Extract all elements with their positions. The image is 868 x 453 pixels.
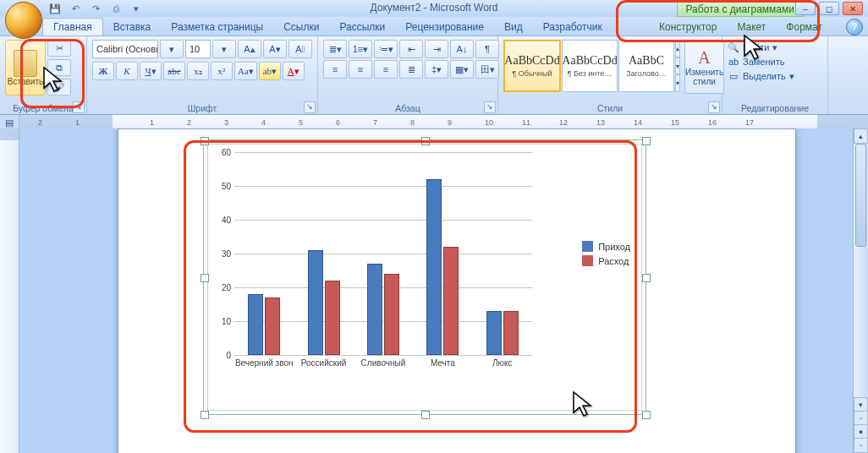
style-gallery-item[interactable]: AaBbCЗаголово… xyxy=(618,40,674,92)
copy-button[interactable]: ⧉ xyxy=(47,59,71,76)
tab-mailings[interactable]: Рассылки xyxy=(329,19,395,35)
selection-handle[interactable] xyxy=(201,274,209,282)
change-styles-button[interactable]: A Изменить стили xyxy=(684,40,724,94)
gallery-more-button[interactable]: ▾ xyxy=(675,74,680,92)
format-painter-button[interactable]: 🖌 xyxy=(47,79,71,96)
scroll-up-button[interactable]: ▴ xyxy=(854,128,868,144)
tab-page-layout[interactable]: Разметка страницы xyxy=(161,19,273,35)
paragraph-launcher[interactable]: ↘ xyxy=(484,101,496,113)
replace-button[interactable]: abЗаменить xyxy=(728,56,822,68)
strikethrough-button[interactable]: abc xyxy=(163,62,185,80)
bar[interactable] xyxy=(248,294,263,355)
font-name-dropdown[interactable]: ▾ xyxy=(160,40,184,58)
highlight-button[interactable]: ab▾ xyxy=(259,62,281,80)
font-name-combo[interactable]: Calibri (Основной те xyxy=(92,40,158,58)
bar[interactable] xyxy=(325,281,340,355)
cut-button[interactable]: ✂ xyxy=(47,40,71,57)
bar[interactable] xyxy=(384,274,399,355)
close-button[interactable]: ✕ xyxy=(843,2,863,15)
bar[interactable] xyxy=(503,311,519,355)
bar[interactable] xyxy=(443,247,459,355)
tab-home[interactable]: Главная xyxy=(42,18,103,35)
gallery-up-button[interactable]: ▴ xyxy=(675,40,680,57)
gallery-down-button[interactable]: ▾ xyxy=(675,57,680,75)
shading-button[interactable]: ▦▾ xyxy=(450,60,474,79)
redo-icon[interactable]: ↷ xyxy=(88,2,103,15)
shrink-font-button[interactable]: A▾ xyxy=(263,40,287,58)
underline-button[interactable]: Ч▾ xyxy=(140,62,162,80)
bar[interactable] xyxy=(265,297,280,355)
document-area[interactable]: 0102030405060 Вечерний звонРоссийскийСли… xyxy=(19,128,868,453)
office-button[interactable] xyxy=(5,2,42,39)
tab-chart-layout[interactable]: Макет xyxy=(727,19,776,35)
justify-button[interactable]: ≣ xyxy=(399,60,423,79)
tab-chart-format[interactable]: Формат xyxy=(776,19,832,35)
maximize-button[interactable]: ◻ xyxy=(819,2,839,15)
increase-indent-button[interactable]: ⇥ xyxy=(425,40,448,58)
align-center-button[interactable]: ≡ xyxy=(349,60,372,79)
clipboard-launcher[interactable]: ↘ xyxy=(73,101,85,113)
qat-more-icon[interactable]: ▾ xyxy=(129,2,144,15)
show-marks-button[interactable]: ¶ xyxy=(475,40,499,58)
bar[interactable] xyxy=(426,179,442,355)
chart-object[interactable]: 0102030405060 Вечерний звонРоссийскийСли… xyxy=(203,139,646,415)
numbering-button[interactable]: 1≡▾ xyxy=(349,40,372,58)
style-gallery-item[interactable]: AaBbCcDd¶ Обычный xyxy=(503,40,561,92)
vertical-ruler[interactable] xyxy=(0,128,19,453)
clear-formatting-button[interactable]: A⃠ xyxy=(288,40,312,58)
change-styles-icon: A xyxy=(698,48,710,68)
selection-handle[interactable] xyxy=(642,411,651,419)
decrease-indent-button[interactable]: ⇤ xyxy=(399,40,423,58)
align-right-button[interactable]: ≡ xyxy=(374,60,398,79)
tab-developer[interactable]: Разработчик xyxy=(533,19,613,35)
y-tick-label: 20 xyxy=(212,283,231,292)
bar[interactable] xyxy=(308,250,323,355)
quick-print-icon[interactable]: ⎙ xyxy=(108,2,124,15)
sort-button[interactable]: A↓ xyxy=(450,40,474,58)
italic-button[interactable]: К xyxy=(116,62,138,80)
vertical-scrollbar[interactable]: ▴ ▾ ◦ ● ◦ xyxy=(853,128,868,453)
x-tick-label: Люкс xyxy=(473,358,532,368)
paste-button[interactable]: Вставить xyxy=(5,40,46,96)
font-size-dropdown[interactable]: ▾ xyxy=(212,40,236,58)
font-color-button[interactable]: A▾ xyxy=(283,62,305,80)
minimize-button[interactable]: – xyxy=(795,2,816,15)
grow-font-button[interactable]: A▴ xyxy=(238,40,261,58)
change-styles-label: Изменить стили xyxy=(685,68,723,86)
bold-button[interactable]: Ж xyxy=(92,62,114,80)
scroll-thumb[interactable] xyxy=(855,144,866,247)
selection-handle[interactable] xyxy=(642,274,651,282)
undo-icon[interactable]: ↶ xyxy=(68,2,83,15)
selection-handle[interactable] xyxy=(201,137,209,145)
save-icon[interactable]: 💾 xyxy=(47,2,63,15)
font-size-combo[interactable]: 10 xyxy=(185,40,211,58)
styles-launcher[interactable]: ↘ xyxy=(708,101,720,113)
y-tick-label: 50 xyxy=(212,182,231,191)
line-spacing-button[interactable]: ‡▾ xyxy=(425,60,448,79)
bar[interactable] xyxy=(367,264,382,355)
x-tick-label: Российский xyxy=(294,358,354,368)
selection-handle[interactable] xyxy=(421,137,430,145)
tab-review[interactable]: Рецензирование xyxy=(395,19,494,35)
superscript-button[interactable]: x² xyxy=(211,62,233,80)
align-left-button[interactable]: ≡ xyxy=(323,60,347,79)
change-case-button[interactable]: Aa▾ xyxy=(234,62,257,80)
tab-insert[interactable]: Вставка xyxy=(103,19,162,35)
tab-view[interactable]: Вид xyxy=(494,19,533,35)
multilevel-list-button[interactable]: ≔▾ xyxy=(374,40,398,58)
bar[interactable] xyxy=(486,311,502,355)
tab-references[interactable]: Ссылки xyxy=(273,19,329,35)
tab-chart-design[interactable]: Конструктор xyxy=(649,19,727,35)
help-button[interactable]: ? xyxy=(846,19,863,35)
borders-button[interactable]: 田▾ xyxy=(475,60,499,79)
find-button[interactable]: 🔍Найти ▾ xyxy=(728,41,822,53)
select-button[interactable]: ▭Выделить ▾ xyxy=(728,70,822,82)
style-gallery-item[interactable]: AaBbCcDd¶ Без инте… xyxy=(562,40,618,92)
subscript-button[interactable]: x₂ xyxy=(187,62,209,80)
bullets-button[interactable]: ≣▾ xyxy=(323,40,347,58)
next-page-button[interactable]: ◦ xyxy=(854,438,868,453)
font-launcher[interactable]: ↘ xyxy=(304,101,316,113)
selection-handle[interactable] xyxy=(642,137,651,145)
selection-handle[interactable] xyxy=(421,411,430,419)
selection-handle[interactable] xyxy=(201,411,209,419)
